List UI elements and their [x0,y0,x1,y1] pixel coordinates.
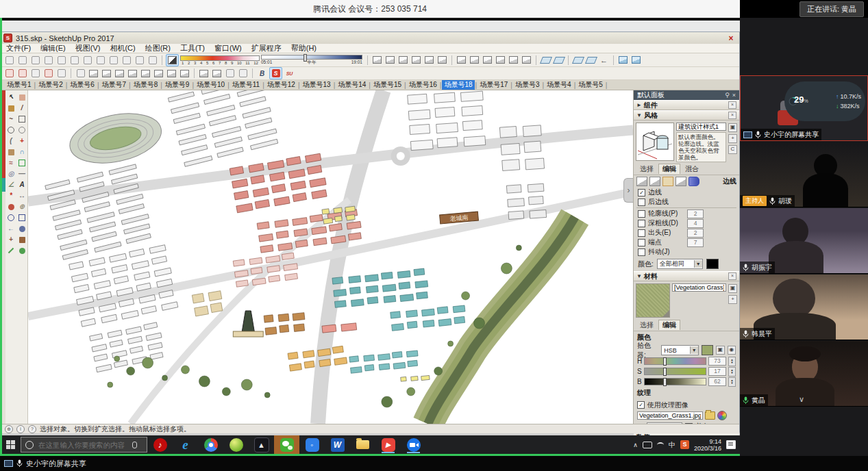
tool-tool-icon[interactable] [55,55,67,66]
palette-tool[interactable] [5,147,16,157]
tool-cube-icon[interactable] [140,68,151,79]
tray-app-icon[interactable]: S [680,440,689,449]
scene-tab[interactable]: 场景号13 [301,80,333,90]
tool-cube-icon[interactable] [153,68,164,79]
tool-cube-icon[interactable] [127,68,138,79]
tool-cube-blue-icon[interactable] [617,55,629,66]
scene-tab[interactable]: 场景号15 [371,80,404,90]
video-tile-share[interactable]: 29% ↑10.7K/s ↓382K/s 史小宇的屏幕共享 [740,75,868,141]
tool-tool-red-icon[interactable] [16,68,28,79]
menu-item[interactable]: 视图(V) [75,43,101,53]
panel-header[interactable]: 默认面板 ⚲× [634,90,739,100]
geolocation-icon[interactable]: ⊕ [5,425,13,433]
edge-value-input[interactable]: 2 [687,229,704,238]
ime-indicator[interactable]: 中 [669,440,675,450]
taskbar-app-app-red[interactable]: ▶ [375,435,401,454]
tool-tool-icon[interactable] [134,55,145,66]
tool-cube-icon[interactable] [198,68,210,79]
tool-tool-icon[interactable] [224,68,236,79]
tool-cube-icon[interactable] [179,68,190,79]
palette-tool[interactable] [5,125,16,136]
tool-cube-icon[interactable] [423,55,435,66]
tool-tool-icon[interactable] [95,55,106,66]
spin-down-icon[interactable]: ▼ [730,361,733,364]
tool-plane-icon[interactable] [572,55,584,66]
slider-value-input[interactable]: 17 [708,367,726,376]
create-style-icon[interactable]: + [728,134,737,143]
menu-item[interactable]: 绘图(R) [145,43,171,53]
spinner[interactable]: ▲▼ [728,367,736,377]
tool-tool-icon[interactable] [3,55,15,66]
palette-tool[interactable]: ← [5,223,16,234]
edges-icon[interactable] [636,177,647,186]
tool-cube-icon[interactable] [410,55,422,66]
menu-item[interactable]: 窗口(W) [214,43,242,53]
tool-cube-icon[interactable] [508,55,519,66]
tool-cube-icon[interactable] [211,68,223,79]
scene-tab[interactable]: 场景号4 [545,80,573,90]
slider-H[interactable] [644,357,706,365]
edge-checkbox[interactable] [638,220,645,227]
tool-s-red-icon[interactable]: S [269,67,282,79]
spinner[interactable]: ▲▼ [728,377,736,387]
create-material-icon[interactable]: + [728,295,737,304]
tool-tool-icon[interactable] [237,68,249,79]
slider-B[interactable] [644,378,706,385]
style-thumbnail[interactable] [636,123,674,161]
tray-chevron-icon[interactable]: ∧ [633,442,638,448]
tool-cube-icon[interactable] [101,68,112,79]
title-bar[interactable]: S 315.skp - SketchUp Pro 2017 × [1,32,739,44]
palette-tool[interactable] [16,125,27,136]
edge-color-swatch[interactable] [706,259,719,269]
scene-tab[interactable]: 场景号6 [68,80,97,90]
section-close-icon[interactable]: × [728,272,736,280]
tool-tool-icon[interactable] [121,55,132,66]
tool-tool-icon[interactable] [82,55,93,66]
tool-tool-icon[interactable] [29,68,41,79]
tool-cube-icon[interactable] [469,55,480,66]
viewport-3d[interactable]: 老城南 › [28,90,633,424]
shadow-time-slider[interactable]: 05:01中午19:01 [261,55,362,66]
panel-tab[interactable]: 编辑 [658,320,680,330]
palette-tool[interactable] [16,223,27,234]
palette-tool[interactable]: + [16,136,27,147]
spinner[interactable]: ▲▼ [728,357,736,366]
wifi-icon[interactable] [657,442,664,448]
section-styles[interactable]: ▼ 风格 × [634,110,739,120]
palette-tool[interactable] [16,92,27,103]
update-style-icon[interactable]: C [728,145,737,154]
video-tile-host[interactable]: 主持人 胡瑗 [740,142,868,207]
panel-close-icon[interactable]: × [732,92,736,99]
credits-icon[interactable]: i [16,425,25,433]
tool-shadow-cube-icon[interactable] [166,54,179,66]
pin-icon[interactable]: ⚲ [725,92,730,99]
palette-tool[interactable] [5,245,16,256]
tool-tool-icon[interactable] [55,68,67,79]
palette-tool[interactable]: ∩ [16,147,27,157]
use-texture-checkbox[interactable]: ✓ [637,401,645,409]
palette-tool[interactable] [16,212,27,223]
palette-tool[interactable]: ( [5,136,16,147]
tool-tool-icon[interactable] [29,55,41,66]
menu-item[interactable]: 帮助(H) [291,43,317,53]
tool-cube-icon[interactable] [384,55,396,66]
tool-plane-icon[interactable] [585,55,597,66]
tool-tool-red-icon[interactable] [3,68,15,79]
tool-cube-icon[interactable] [436,55,448,66]
mic-icon[interactable] [132,442,137,448]
spin-down-icon[interactable]: ▼ [730,372,733,374]
palette-tool[interactable] [16,157,27,168]
slider-handle[interactable] [663,368,667,376]
display-icon[interactable] [643,442,652,448]
edge-checkbox[interactable] [638,229,645,237]
taskbar-app-tencent-meeting[interactable] [401,435,426,454]
picker-select[interactable]: HSB ▼ [661,345,699,355]
color-wheel-icon[interactable] [717,411,727,420]
slider-S[interactable] [644,368,706,375]
close-icon[interactable]: × [726,34,736,43]
more-participants-chevron-icon[interactable]: ∨ [799,395,804,404]
palette-tool[interactable]: A [16,179,27,190]
tool-plane-icon[interactable] [553,55,565,66]
search-input[interactable] [37,440,129,450]
scene-tab[interactable]: 场景号2 [36,80,65,90]
